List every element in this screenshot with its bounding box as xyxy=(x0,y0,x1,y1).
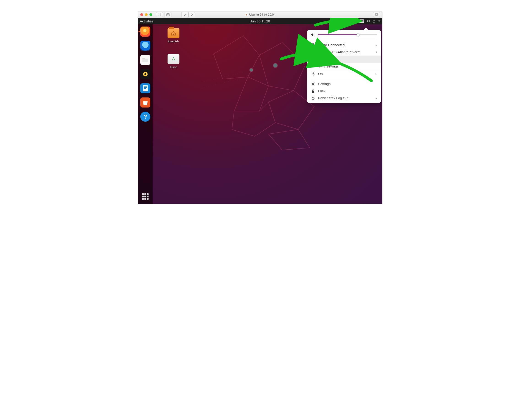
zoom-window-dot[interactable] xyxy=(149,13,152,16)
chevron-down-icon: ▼ xyxy=(378,20,380,22)
svg-rect-10 xyxy=(354,22,355,23)
vm-doc-icon: ◆ xyxy=(245,13,248,16)
vm-window-title-text: Ubuntu 64-bit 20.04 xyxy=(249,13,275,16)
system-menu-popover: Wired Connected ▸ VPN ipvanish-US-Atlant… xyxy=(307,30,381,103)
svg-point-14 xyxy=(273,63,278,68)
ubuntu-dock: ? xyxy=(138,24,153,204)
menu-power[interactable]: Power Off / Log Out ▸ xyxy=(307,95,381,102)
vm-settings-button[interactable] xyxy=(182,12,188,17)
svg-rect-27 xyxy=(313,44,314,45)
svg-rect-42 xyxy=(313,97,313,98)
clock[interactable]: Jun 30 15:28 xyxy=(138,19,382,23)
menu-settings[interactable]: Settings xyxy=(307,80,381,87)
svg-rect-30 xyxy=(314,45,315,47)
dock-help[interactable]: ? xyxy=(140,112,150,122)
menu-vpn-settings[interactable]: VPN Settings xyxy=(307,63,381,70)
pause-vm-button[interactable] xyxy=(156,12,163,17)
bluetooth-icon xyxy=(311,72,315,76)
system-status-area[interactable]: VPN ▼ xyxy=(352,19,380,23)
svg-rect-26 xyxy=(173,34,174,35)
svg-rect-40 xyxy=(312,91,314,93)
gnome-top-bar: Activities Jun 30 15:28 VPN ▼ xyxy=(138,18,382,24)
menu-wired[interactable]: Wired Connected ▸ xyxy=(307,41,381,48)
vpn-badge-icon: VPN xyxy=(311,51,315,54)
activities-button[interactable]: Activities xyxy=(140,19,153,23)
menu-vpn-label: ipvanish-US-Atlanta-atl-a02 xyxy=(318,50,373,54)
menu-power-label: Power Off / Log Out xyxy=(318,96,373,100)
menu-bluetooth[interactable]: On ▸ xyxy=(307,70,381,77)
svg-rect-25 xyxy=(144,88,146,89)
menu-settings-label: Settings xyxy=(318,82,377,86)
menu-vpn-turn-off-label: Turn Off xyxy=(318,57,377,61)
svg-point-31 xyxy=(313,83,314,85)
vm-host-toolbar: ◆ Ubuntu 64-bit 20.04 xyxy=(138,11,382,18)
vm-window-title: ◆ Ubuntu 64-bit 20.04 xyxy=(138,13,382,16)
minimize-window-dot[interactable] xyxy=(145,13,148,16)
chevron-right-icon: ▸ xyxy=(375,43,377,47)
svg-rect-18 xyxy=(142,59,148,62)
desktop-trash[interactable]: Trash xyxy=(163,54,184,69)
dock-rhythmbox[interactable] xyxy=(140,69,150,79)
menu-vpn-turn-off[interactable]: Turn Off xyxy=(307,56,381,63)
volume-slider-row xyxy=(307,30,381,38)
svg-rect-0 xyxy=(159,14,159,16)
power-icon xyxy=(311,97,315,100)
menu-wired-label: Wired Connected xyxy=(318,43,373,47)
svg-line-36 xyxy=(312,82,312,83)
network-wired-icon xyxy=(352,19,356,23)
dock-thunderbird[interactable] xyxy=(140,41,150,51)
desktop-folder-ipvanish[interactable]: ipvanish xyxy=(163,28,184,43)
volume-icon xyxy=(367,19,370,23)
svg-rect-8 xyxy=(354,19,355,21)
power-icon xyxy=(372,19,375,23)
svg-line-38 xyxy=(314,82,314,83)
dock-files[interactable] xyxy=(140,55,150,65)
speaker-icon xyxy=(142,71,149,77)
svg-rect-7 xyxy=(375,14,377,15)
recycle-icon xyxy=(171,57,176,61)
vm-settings-menu-button[interactable] xyxy=(188,12,195,17)
network-wired-icon xyxy=(311,44,315,47)
home-icon xyxy=(168,28,179,38)
svg-rect-11 xyxy=(355,22,356,23)
volume-slider[interactable] xyxy=(318,34,377,35)
dock-firefox[interactable] xyxy=(140,27,150,37)
gear-icon xyxy=(311,82,315,86)
chevron-right-icon: ▸ xyxy=(375,72,377,75)
chevron-down-icon: ▾ xyxy=(375,50,377,54)
svg-point-21 xyxy=(145,73,146,75)
desktop-folder-label: ipvanish xyxy=(163,40,184,43)
svg-rect-9 xyxy=(352,22,353,23)
svg-rect-23 xyxy=(144,86,147,87)
svg-point-4 xyxy=(168,14,168,15)
close-window-dot[interactable] xyxy=(140,13,143,16)
svg-rect-29 xyxy=(313,45,314,47)
vm-settings-group xyxy=(182,12,195,17)
snapshot-button[interactable] xyxy=(165,12,171,17)
svg-line-39 xyxy=(312,85,312,85)
svg-line-37 xyxy=(314,85,314,85)
chevron-right-icon: ▸ xyxy=(375,96,377,100)
document-icon xyxy=(142,85,148,92)
svg-rect-28 xyxy=(311,45,312,47)
menu-vpn[interactable]: VPN ipvanish-US-Atlanta-atl-a02 ▾ xyxy=(307,48,381,56)
folder-icon xyxy=(142,57,149,62)
ubuntu-vm-screen: Activities Jun 30 15:28 VPN ▼ xyxy=(138,18,382,204)
dock-ubuntu-software[interactable] xyxy=(140,98,150,107)
show-applications-button[interactable] xyxy=(138,193,153,200)
fullscreen-button[interactable] xyxy=(373,12,380,17)
volume-icon xyxy=(311,33,315,37)
vpn-status-icon: VPN xyxy=(359,19,364,23)
lock-icon xyxy=(311,89,315,93)
menu-bluetooth-label: On xyxy=(318,72,373,76)
question-icon: ? xyxy=(144,113,147,120)
svg-rect-1 xyxy=(160,14,161,16)
menu-lock-label: Lock xyxy=(318,89,377,93)
svg-point-15 xyxy=(250,68,253,72)
dock-active-indicator xyxy=(138,31,140,32)
svg-line-16 xyxy=(200,69,257,85)
menu-lock[interactable]: Lock xyxy=(307,87,381,95)
dock-libreoffice-writer[interactable] xyxy=(140,83,150,93)
window-traffic-lights[interactable] xyxy=(140,13,152,16)
shopping-bag-icon xyxy=(142,99,149,105)
